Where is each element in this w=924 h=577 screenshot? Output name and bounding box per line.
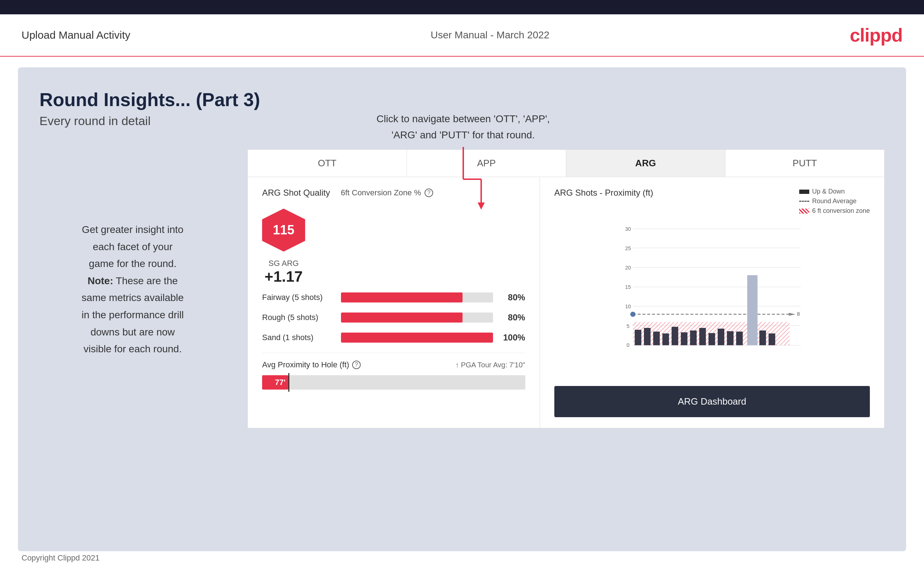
footer: Copyright Clippd 2021 [21,553,100,562]
bar-9 [709,333,715,345]
legend-solid-icon [799,190,809,194]
rough-label: Rough (5 shots) [262,313,334,322]
legend-hatched-icon [799,209,809,214]
legend-up-down-label: Up & Down [812,188,845,195]
card-body: ARG Shot Quality 6ft Conversion Zone % ?… [248,177,884,428]
hexagon-sg-block: 115 SG ARG +1.17 [262,209,305,285]
header: Upload Manual Activity User Manual - Mar… [0,15,924,56]
bar-8 [699,328,706,345]
svg-text:30: 30 [625,226,631,232]
legend-item-up-down: Up & Down [799,188,870,195]
proximity-help-icon[interactable]: ? [352,361,361,369]
sand-bar-row: Sand (1 shots) 100% [262,333,525,343]
nav-hint-container: Click to navigate between 'OTT', 'APP','… [376,111,550,211]
sand-label: Sand (1 shots) [262,333,334,342]
svg-text:0: 0 [627,342,629,348]
rough-bar-row: Rough (5 shots) 80% [262,313,525,322]
bar-14 [768,333,775,345]
chart-title: ARG Shots - Proximity (ft) [554,188,653,198]
right-section: ARG Shots - Proximity (ft) Up & Down Rou… [540,177,884,428]
proximity-bar-container: 77' [262,375,525,390]
copyright-text: Copyright Clippd 2021 [21,553,100,562]
main-content: Round Insights... (Part 3) Every round i… [18,68,906,551]
legend: Up & Down Round Average 6 ft conversion … [799,188,870,215]
fairway-bar-track [341,292,493,303]
bar-10 [717,329,724,345]
nav-arrow [442,147,485,211]
dashboard-card: OTT APP ARG PUTT ARG Shot Quality 6ft Co… [247,150,885,428]
upload-manual-label: Upload Manual Activity [21,29,131,41]
bar-12 [736,332,743,345]
sg-label: SG ARG [262,259,305,268]
bar-7 [690,330,697,345]
bar-tall [747,275,758,345]
hexagon: 115 [262,209,305,251]
proximity-header: Avg Proximity to Hole (ft) ? ↑ PGA Tour … [262,360,525,369]
bar-11 [727,331,733,345]
rough-pct: 80% [500,313,525,322]
proximity-bar-fill: 77' [262,375,288,390]
bar-2 [644,328,651,345]
tabs-row: OTT APP ARG PUTT [248,150,884,177]
chart-header: ARG Shots - Proximity (ft) Up & Down Rou… [554,188,870,215]
svg-text:10: 10 [625,303,631,309]
legend-item-round-avg: Round Average [799,197,870,205]
left-panel: Get greater insight intoeach facet of yo… [39,150,226,358]
clippd-logo: clippd [850,24,903,46]
bar-13 [759,330,766,345]
shot-quality-title: ARG Shot Quality [262,188,330,198]
fairway-bar-row: Fairway (5 shots) 80% [262,292,525,303]
proximity-section: Avg Proximity to Hole (ft) ? ↑ PGA Tour … [262,353,525,390]
bar-1 [635,330,641,345]
fairway-bar-fill [341,292,462,303]
svg-text:5: 5 [627,323,629,329]
svg-text:25: 25 [625,245,631,251]
insight-text: Get greater insight intoeach facet of yo… [39,221,226,358]
fairway-pct: 80% [500,292,525,303]
fairway-label: Fairway (5 shots) [262,293,334,302]
chart-svg: 0 5 10 15 20 25 30 [554,226,870,355]
svg-text:8: 8 [797,311,800,317]
tab-putt[interactable]: PUTT [725,150,884,177]
svg-text:20: 20 [625,265,631,271]
page-title: Round Insights... (Part 3) [39,89,885,110]
sg-value: +1.17 [262,268,305,285]
legend-round-avg-label: Round Average [812,197,856,205]
proximity-value: 77' [275,378,286,387]
arg-dashboard-button[interactable]: ARG Dashboard [554,386,870,417]
svg-text:15: 15 [625,284,631,290]
svg-marker-19 [789,313,796,316]
top-bar [0,0,924,15]
bar-6 [680,332,687,345]
left-section: ARG Shot Quality 6ft Conversion Zone % ?… [248,177,540,428]
bar-5 [672,327,678,345]
sand-bar-track [341,333,493,343]
sand-bar-fill [341,333,493,343]
bar-3 [653,332,660,345]
tab-arg[interactable]: ARG [566,150,725,177]
legend-dashed-icon [799,201,809,202]
proximity-title: Avg Proximity to Hole (ft) ? [262,360,361,369]
proximity-bar-track: 77' [262,375,525,390]
rough-bar-track [341,313,493,322]
legend-conversion-label: 6 ft conversion zone [812,207,870,215]
nav-hint-text: Click to navigate between 'OTT', 'APP','… [376,111,550,143]
sand-pct: 100% [500,333,525,343]
proximity-cursor [288,373,289,392]
user-manual-date: User Manual - March 2022 [431,29,549,41]
bar-4 [662,333,669,345]
chart-area: 0 5 10 15 20 25 30 [554,226,870,379]
legend-item-conversion: 6 ft conversion zone [799,207,870,215]
pga-avg: ↑ PGA Tour Avg: 7'10" [456,361,525,369]
svg-marker-3 [478,203,485,210]
note-label: Note: [87,275,113,286]
avg-dot [630,312,635,317]
rough-bar-fill [341,313,462,322]
